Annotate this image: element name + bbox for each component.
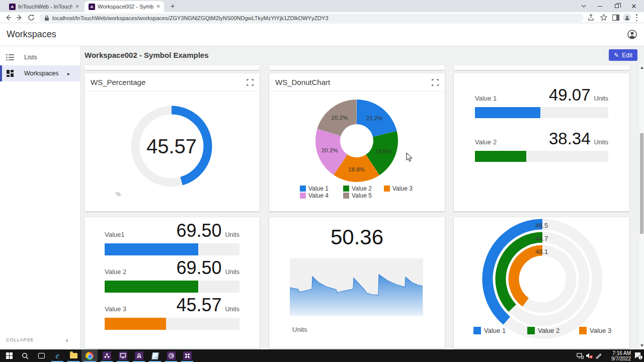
reload-button[interactable] — [27, 14, 35, 22]
account-icon[interactable] — [627, 30, 637, 39]
start-button[interactable] — [1, 349, 17, 362]
taskbar-internet-explorer[interactable]: e — [49, 349, 65, 362]
sidebar-item-workspaces[interactable]: Workspaces ▸ — [0, 65, 80, 81]
mouse-cursor — [406, 152, 413, 162]
taskbar-app-ide[interactable] — [131, 349, 147, 362]
value-bar-fill — [105, 243, 198, 255]
task-view-button[interactable] — [33, 349, 49, 362]
taskbar-app-intouch[interactable] — [179, 349, 195, 362]
edit-button[interactable]: ✎ Edit — [609, 49, 637, 61]
gauge-value: 45.57 — [129, 104, 214, 189]
legend-label: Value 1 — [484, 327, 506, 334]
legend-label: Value 2 — [352, 185, 372, 192]
value-number: 38.34 — [549, 129, 591, 148]
legend-item: Value 2 — [527, 327, 559, 334]
window-minimize-button[interactable] — [591, 0, 608, 12]
browser-toolbar: localhost/InTouchWeb/workspaces/workspac… — [0, 12, 644, 23]
address-bar[interactable]: localhost/InTouchWeb/workspaces/workspac… — [39, 14, 584, 22]
windows-taskbar: e 7:16 AM 9/7/2022 1 — [0, 349, 644, 362]
widget-ws-percentage: WS_Percentage 45.57 % — [85, 73, 260, 211]
volume-muted-icon[interactable] — [585, 349, 594, 362]
scrollbar-thumb[interactable] — [640, 133, 643, 234]
network-icon[interactable] — [576, 349, 585, 362]
bookmark-star-icon[interactable] — [600, 14, 608, 22]
side-panel-icon[interactable] — [612, 14, 620, 22]
partial-card — [269, 65, 445, 70]
value-bar-row: Value 2 69.50 Units — [105, 257, 239, 293]
value-unit: Units — [225, 306, 239, 313]
app-title: Workspaces — [7, 29, 56, 40]
gear-cluster-icon — [103, 351, 111, 360]
new-tab-button[interactable]: + — [168, 2, 177, 11]
browser-menu-button[interactable] — [636, 14, 637, 21]
tab-favicon: A — [9, 4, 16, 10]
legend-label: Value 5 — [352, 192, 372, 199]
sidebar-collapse-button[interactable]: COLLAPSE ‹ — [0, 334, 80, 345]
notification-center-button[interactable]: 1 — [633, 349, 644, 362]
svg-text:20.2%: 20.2% — [321, 147, 338, 153]
workspaces-icon — [6, 69, 14, 77]
taskbar-chrome[interactable] — [82, 349, 98, 362]
donut-chart: 21.2%19.5%18.8%20.2%20.2% — [306, 90, 407, 191]
legend-item: Value 3 — [384, 185, 413, 192]
svg-text:19.5%: 19.5% — [375, 148, 392, 154]
legend-item: Value 3 — [579, 327, 611, 334]
sidebar: Lists Workspaces ▸ COLLAPSE ‹ — [0, 46, 80, 349]
value-bar-track — [105, 318, 239, 330]
window-restore-button[interactable] — [608, 0, 625, 12]
scroll-up-arrow[interactable] — [640, 66, 643, 69]
pen-input-icon[interactable] — [594, 349, 603, 362]
tab-close-icon[interactable]: × — [75, 4, 79, 10]
legend-item: Value 5 — [343, 192, 372, 199]
back-button[interactable] — [4, 14, 12, 22]
value-number: 45.57 — [176, 295, 221, 316]
widget-title: WS_Percentage — [91, 78, 145, 86]
browser-profile-avatar[interactable] — [623, 14, 631, 22]
collapse-label: COLLAPSE — [6, 337, 34, 342]
expand-icon[interactable] — [247, 79, 254, 86]
taskbar-notepad[interactable] — [147, 349, 163, 362]
browser-tab-intouchweb[interactable]: A InTouchWeb - InTouch Introducti × — [5, 1, 83, 12]
windows-logo-icon — [6, 352, 13, 359]
value-label: Value 1 — [475, 95, 549, 102]
tab-title: InTouchWeb - InTouch Introducti — [18, 4, 72, 10]
svg-text:1: 1 — [639, 355, 641, 359]
taskbar-search-button[interactable] — [17, 349, 33, 362]
value-bar-track — [105, 243, 239, 255]
content-scrollbar[interactable] — [638, 64, 644, 349]
browser-tab-workspace002[interactable]: A Workspace002 - Symbol Exampl × — [85, 1, 164, 12]
widget-title: WS_DonutChart — [275, 78, 330, 86]
sidebar-item-lists[interactable]: Lists — [0, 49, 80, 65]
folder-icon — [70, 353, 77, 358]
taskbar-app-viewer[interactable] — [115, 349, 131, 362]
submenu-caret-icon: ▸ — [67, 71, 70, 76]
share-icon[interactable] — [588, 14, 596, 22]
partial-card — [85, 65, 260, 70]
padlock-icon[interactable] — [44, 15, 49, 21]
x-glyph-icon — [183, 351, 192, 360]
tab-search-chevron-icon[interactable] — [580, 3, 588, 9]
chrome-icon — [86, 352, 94, 360]
taskbar-app-oi[interactable] — [163, 349, 179, 362]
legend-swatch — [579, 327, 587, 334]
scroll-down-arrow[interactable] — [640, 344, 643, 347]
legend-swatch — [343, 193, 349, 199]
taskbar-file-explorer[interactable] — [65, 349, 82, 362]
window-close-button[interactable]: ✕ — [625, 0, 642, 12]
taskbar-app-management-console[interactable] — [99, 349, 115, 362]
value-bar-track — [105, 281, 239, 293]
url-text[interactable]: localhost/InTouchWeb/workspaces/workspac… — [52, 15, 329, 21]
minimize-icon — [598, 6, 602, 7]
edit-button-label: Edit — [622, 52, 632, 59]
forward-button[interactable] — [16, 14, 24, 22]
value-label: Value 2 — [475, 138, 549, 146]
lists-icon — [6, 54, 14, 61]
widget-header: WS_Percentage — [85, 73, 260, 92]
tab-close-icon[interactable]: × — [156, 4, 160, 10]
browser-tab-strip: A InTouchWeb - InTouch Introducti × A Wo… — [0, 0, 644, 12]
gears-icon — [135, 351, 143, 360]
legend-label: Value 3 — [590, 327, 611, 334]
expand-icon[interactable] — [432, 79, 439, 86]
taskbar-clock[interactable]: 7:16 AM 9/7/2022 — [605, 350, 631, 361]
legend-label: Value 3 — [392, 185, 413, 192]
